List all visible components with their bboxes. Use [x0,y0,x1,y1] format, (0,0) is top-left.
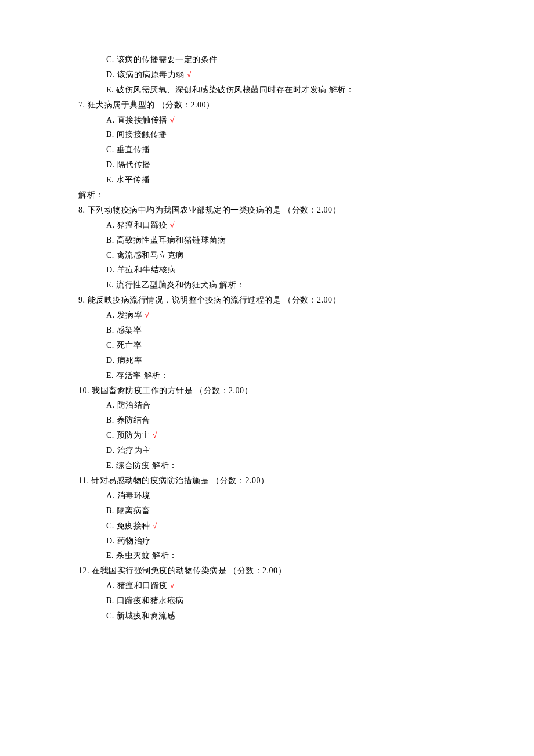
option-line: D. 隔代传播 [78,157,534,172]
correct-marker: √ [168,116,175,124]
option-letter: B. [106,236,117,244]
analysis-label: 解析： [78,190,104,199]
option-text: 隔离病畜 [117,506,150,515]
correct-marker: √ [150,521,157,530]
option-line: C. 禽流感和马立克病 [78,248,534,263]
analysis-label: 解析： [150,551,178,560]
option-letter: C. [106,55,117,64]
option-text: 流行性乙型脑炎和伪狂犬病 [116,280,217,289]
option-text: 水平传播 [116,175,150,184]
option-line: E. 破伤风需厌氧、深创和感染破伤风梭菌同时存在时才发病 解析： [78,82,534,98]
option-line: B. 隔离病畜 [78,503,534,519]
option-line: A. 猪瘟和口蹄疫 √ [78,578,534,593]
option-line: B. 口蹄疫和猪水疱病 [78,593,534,609]
option-line: B. 间接接触传播 [78,127,534,142]
option-text: 猪瘟和口蹄疫 [117,221,168,229]
option-text: 药物治疗 [117,537,151,545]
score-label: （分数：2.00） [283,206,341,214]
option-letter: D. [106,446,117,455]
option-text: 该病的病原毒力弱 [117,70,185,79]
option-letter: D. [106,160,117,169]
analysis-line: 解析： [78,188,534,203]
analysis-label: 解析： [217,280,245,289]
option-letter: B. [106,506,117,515]
option-text: 该病的传播需要一定的条件 [117,55,218,64]
analysis-label: 解析： [150,461,178,470]
question-text: 我国畜禽防疫工作的方针是 [92,386,195,395]
option-line: A. 消毒环境 [78,488,534,503]
option-line: E. 存活率 解析： [78,368,534,383]
option-line: E. 杀虫灭蚊 解析： [78,548,534,563]
option-text: 垂直传播 [117,145,150,154]
score-label: （分数：2.00） [157,100,215,109]
score-label: （分数：2.00） [195,386,252,395]
option-text: 间接接触传播 [117,130,167,139]
analysis-label: 解析： [142,371,169,380]
option-text: 感染率 [117,326,142,334]
option-letter: E. [106,280,116,289]
option-text: 口蹄疫和猪水疱病 [117,596,184,605]
option-letter: B. [106,326,117,334]
option-letter: E. [106,461,116,470]
option-letter: B. [106,596,117,605]
option-letter: E. [106,551,116,560]
question-text: 针对易感动物的疫病防治措施是 [91,476,211,485]
option-letter: E. [106,371,116,380]
document-page: C. 该病的传播需要一定的条件D. 该病的病原毒力弱 √E. 破伤风需厌氧、深创… [0,0,534,756]
analysis-label: 解析： [327,85,355,94]
option-text: 综合防疫 [116,461,150,470]
option-line: B. 高致病性蓝耳病和猪链球菌病 [78,233,534,248]
question-number: 9. [78,296,88,304]
question-text: 狂犬病属于典型的 [88,100,157,109]
option-letter: C. [106,521,117,530]
option-line: E. 水平传播 [78,172,534,188]
option-letter: A. [106,401,117,409]
option-line: E. 综合防疫 解析： [78,458,534,473]
option-text: 发病率 [117,311,143,319]
question-line: 12. 在我国实行强制免疫的动物传染病是 （分数：2.00） [78,563,534,578]
question-line: 10. 我国畜禽防疫工作的方针是 （分数：2.00） [78,383,534,398]
question-number: 11. [78,476,91,485]
option-letter: B. [106,416,117,424]
question-text: 下列动物疫病中均为我国农业部规定的一类疫病的是 [88,206,284,214]
option-letter: D. [106,265,117,274]
score-label: （分数：2.00） [211,476,269,485]
option-line: A. 防治结合 [78,398,534,413]
option-text: 预防为主 [117,431,150,440]
correct-marker: √ [168,581,175,590]
option-text: 死亡率 [117,341,142,350]
option-text: 高致病性蓝耳病和猪链球菌病 [117,236,226,244]
option-line: C. 死亡率 [78,338,534,353]
question-number: 8. [78,206,88,214]
option-text: 隔代传播 [117,160,151,169]
option-text: 杀虫灭蚊 [116,551,150,560]
option-text: 禽流感和马立克病 [117,251,184,260]
correct-marker: √ [150,431,157,440]
option-text: 消毒环境 [117,491,151,500]
option-letter: C. [106,611,117,620]
option-line: B. 养防结合 [78,413,534,428]
correct-marker: √ [142,311,149,319]
option-letter: A. [106,581,117,590]
option-line: A. 直接接触传播 √ [78,113,534,128]
score-label: （分数：2.00） [229,566,286,575]
option-text: 破伤风需厌氧、深创和感染破伤风梭菌同时存在时才发病 [116,85,327,94]
option-text: 羊痘和牛结核病 [117,265,176,274]
option-line: D. 病死率 [78,353,534,368]
question-number: 12. [78,566,92,575]
option-letter: D. [106,70,117,79]
option-line: C. 预防为主 √ [78,428,534,443]
option-text: 养防结合 [117,416,150,424]
option-text: 新城疫和禽流感 [117,611,176,620]
question-line: 11. 针对易感动物的疫病防治措施是 （分数：2.00） [78,473,534,488]
correct-marker: √ [168,221,175,229]
option-line: C. 该病的传播需要一定的条件 [78,52,534,67]
option-line: D. 药物治疗 [78,534,534,549]
option-letter: A. [106,116,117,124]
option-line: E. 流行性乙型脑炎和伪狂犬病 解析： [78,278,534,293]
option-text: 病死率 [117,356,143,365]
option-letter: C. [106,251,117,260]
question-number: 10. [78,386,92,395]
correct-marker: √ [185,70,192,79]
question-line: 9. 能反映疫病流行情况，说明整个疫病的流行过程的是 （分数：2.00） [78,293,534,308]
